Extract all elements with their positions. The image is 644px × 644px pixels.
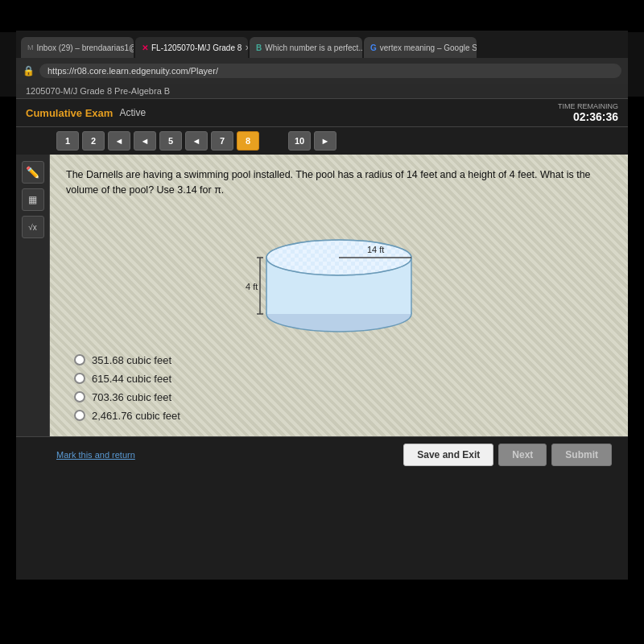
tab-edgenuity-label: FL-1205070-M/J Grade 8 xyxy=(151,43,242,52)
action-buttons: Save and Exit Next Submit xyxy=(403,444,612,466)
tab-perfect-label: Which number is a perfect... xyxy=(265,43,362,52)
tab-inbox-favicon: M xyxy=(27,43,34,52)
nav-btn-2[interactable]: 2 xyxy=(82,131,105,151)
cylinder-diagram: 14 ft 4 ft xyxy=(242,209,436,338)
tab-google-favicon: G xyxy=(370,43,377,52)
question-text: The Darnells are having a swimming pool … xyxy=(66,167,612,198)
tab-edgenuity-close[interactable]: ✕ xyxy=(245,43,248,52)
choice-2[interactable]: 615.44 cubic feet xyxy=(74,373,612,385)
pencil-tool[interactable]: ✏️ xyxy=(22,161,44,184)
choice-4[interactable]: 2,461.76 cubic feet xyxy=(74,410,612,422)
top-bezel xyxy=(0,0,644,32)
mark-return-link[interactable]: Mark this and return xyxy=(56,450,135,460)
radio-3[interactable] xyxy=(74,391,85,402)
save-exit-button[interactable]: Save and Exit xyxy=(403,444,493,466)
tab-bar: M Inbox (29) – brendaarias1@... ✕ ✕ FL-1… xyxy=(16,31,628,58)
radio-4[interactable] xyxy=(74,410,85,421)
answer-choices: 351.68 cubic feet 615.44 cubic feet 703.… xyxy=(74,354,612,422)
choice-4-label: 2,461.76 cubic feet xyxy=(92,410,180,422)
tab-edgenuity[interactable]: ✕ FL-1205070-M/J Grade 8 ✕ xyxy=(135,37,248,58)
calculator-icon: ▦ xyxy=(28,194,37,205)
submit-button[interactable]: Submit xyxy=(551,444,612,466)
calculator-tool[interactable]: ▦ xyxy=(22,188,44,211)
nav-btn-back3[interactable]: ◄ xyxy=(185,131,208,151)
tab-inbox[interactable]: M Inbox (29) – brendaarias1@... ✕ xyxy=(21,37,134,58)
tab-perfect-favicon: B xyxy=(256,43,262,52)
tab-inbox-label: Inbox (29) – brendaarias1@... xyxy=(37,43,134,52)
address-input[interactable] xyxy=(39,64,621,78)
nav-btn-5[interactable]: 5 xyxy=(159,131,182,151)
svg-text:14 ft: 14 ft xyxy=(367,245,384,254)
nav-btn-10[interactable]: 10 xyxy=(288,131,311,151)
nav-btn-1[interactable]: 1 xyxy=(56,131,79,151)
nav-btn-back2[interactable]: ◄ xyxy=(134,131,156,151)
time-remaining-value: 02:36:36 xyxy=(558,110,618,123)
nav-btn-7[interactable]: 7 xyxy=(211,131,233,151)
address-bar-row: 🔒 xyxy=(16,58,628,84)
course-title: 1205070-M/J Grade 8 Pre-Algebra B xyxy=(26,86,170,96)
nav-btn-8[interactable]: 8 xyxy=(237,131,259,151)
time-remaining-label: TIME REMAINING xyxy=(558,102,618,110)
screen-area: M Inbox (29) – brendaarias1@... ✕ ✕ FL-1… xyxy=(16,31,628,580)
tab-google-label: vertex meaning – Google S... xyxy=(380,43,477,52)
choice-1-label: 351.68 cubic feet xyxy=(92,354,171,366)
exam-status: Active xyxy=(119,107,146,118)
choice-3[interactable]: 703.36 cubic feet xyxy=(74,391,612,403)
choice-1[interactable]: 351.68 cubic feet xyxy=(74,354,612,366)
radio-2[interactable] xyxy=(74,373,85,384)
radio-1[interactable] xyxy=(74,354,85,365)
pencil-icon: ✏️ xyxy=(26,166,39,179)
tab-perfect[interactable]: B Which number is a perfect... ✕ xyxy=(250,37,362,58)
browser-chrome: M Inbox (29) – brendaarias1@... ✕ ✕ FL-1… xyxy=(16,31,628,84)
next-button[interactable]: Next xyxy=(498,444,547,466)
choice-2-label: 615.44 cubic feet xyxy=(92,373,171,385)
svg-text:4 ft: 4 ft xyxy=(246,282,258,291)
lock-icon: 🔒 xyxy=(23,65,35,76)
choice-3-label: 703.36 cubic feet xyxy=(92,391,171,403)
tab-edgenuity-favicon: ✕ xyxy=(142,43,148,52)
nav-btn-back1[interactable]: ◄ xyxy=(108,131,130,151)
diagram-container: 14 ft 4 ft xyxy=(66,209,612,338)
formula-tool[interactable]: √x xyxy=(22,216,44,238)
nav-btn-forward[interactable]: ► xyxy=(314,131,336,151)
app-wrapper: M Inbox (29) – brendaarias1@... ✕ ✕ FL-1… xyxy=(0,0,644,644)
tab-google[interactable]: G vertex meaning – Google S... ✕ xyxy=(364,37,477,58)
formula-icon: √x xyxy=(28,223,37,232)
exam-title: Cumulative Exam xyxy=(26,107,113,119)
